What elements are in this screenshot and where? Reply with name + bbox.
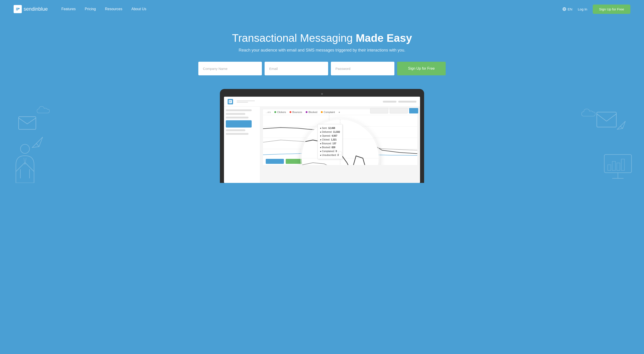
tooltip-blocked: ● Blocked: 830 — [320, 146, 340, 149]
laptop-section: ...ers Clickers Bounces — [0, 84, 644, 183]
tooltip-complained: ● Complained: 0 — [320, 149, 340, 153]
screen-nav-line-1 — [237, 100, 255, 101]
sidebar-line-1 — [226, 110, 252, 111]
brand-name: sendinblue — [24, 6, 48, 12]
nav-about[interactable]: About Us — [132, 7, 146, 11]
signup-hero-button[interactable]: Sign Up for Free — [397, 62, 446, 75]
complaint-dot — [321, 111, 323, 113]
sidebar-line-4 — [226, 129, 245, 131]
nav-pricing[interactable]: Pricing — [85, 7, 96, 11]
email-input[interactable] — [264, 62, 328, 75]
chart-tab-bounces: Bounces — [290, 111, 302, 114]
chart-ctrl-button — [409, 108, 418, 114]
screen-navbar — [224, 97, 420, 107]
company-name-input[interactable] — [198, 62, 262, 75]
chart-tab-blocked: Blocked — [306, 111, 317, 114]
sidebar-line-5 — [226, 133, 248, 135]
chart-tooltip: ● Sent: 12,468 ● Delivered: 11,502 ● Ope… — [318, 124, 342, 159]
screen-body: ...ers Clickers Bounces — [224, 107, 420, 183]
screen-nav-btn-2 — [398, 101, 416, 102]
nav-resources[interactable]: Resources — [105, 7, 122, 11]
nav-links: Features Pricing Resources About Us — [61, 7, 146, 11]
screen-nav-right — [383, 101, 416, 102]
chart-ctrl-input-1 — [370, 108, 388, 114]
tooltip-delivered: ● Delivered: 11,502 — [320, 130, 340, 134]
sidebar-line-3 — [226, 117, 248, 118]
screen-nav-lines — [237, 100, 255, 102]
hero-title: Transactional Messaging Made Easy — [4, 32, 640, 44]
globe-icon — [562, 7, 566, 11]
clickers-dot — [274, 111, 276, 113]
screen-logo — [228, 99, 233, 104]
logo[interactable]: sendinblue — [14, 5, 48, 13]
tooltip-clicked: ● Clicked: 1,321 — [320, 138, 340, 142]
screen-main-content: ...ers Clickers Bounces — [260, 107, 420, 183]
laptop: ...ers Clickers Bounces — [220, 89, 424, 183]
screen-nav-line-2 — [237, 102, 248, 102]
laptop-screen: ...ers Clickers Bounces — [224, 97, 420, 183]
language-button[interactable]: EN — [562, 7, 572, 11]
laptop-outer: ...ers Clickers Bounces — [220, 89, 424, 183]
signup-nav-button[interactable]: Sign Up for Free — [593, 4, 630, 14]
password-input[interactable] — [331, 62, 394, 75]
laptop-wrapper: ...ers Clickers Bounces — [0, 84, 644, 183]
signup-form: Sign Up for Free — [197, 62, 447, 75]
hero-section: Transactional Messaging Made Easy Reach … — [0, 18, 644, 84]
hero-title-bold: Made Easy — [356, 32, 412, 44]
navbar: sendinblue Features Pricing Resources Ab… — [0, 0, 644, 18]
chart-tab-complaint: Complaint — [321, 111, 335, 114]
screen-sidebar — [224, 107, 260, 183]
tooltip-unsubscribed: ● Unsubscribed: 3 — [320, 153, 340, 157]
chart-tabs: ...ers Clickers Bounces — [263, 110, 417, 115]
chart-label-ers: ...ers — [266, 111, 271, 114]
blocked-dot — [306, 111, 308, 113]
sidebar-line-2 — [226, 113, 245, 115]
tooltip-sent: ● Sent: 12,468 — [320, 126, 340, 130]
screen-nav-btn-1 — [383, 101, 396, 102]
nav-features[interactable]: Features — [61, 7, 76, 11]
screen-blue-btn — [266, 159, 284, 164]
hero-title-normal: Transactional Messaging — [232, 32, 356, 44]
tooltip-bounced: ● Bounced: 137 — [320, 142, 340, 146]
logo-icon — [14, 5, 22, 13]
chart-controls — [370, 108, 418, 114]
sidebar-active-item — [226, 120, 252, 128]
chart-ctrl-input-2 — [390, 108, 408, 114]
svg-rect-1 — [18, 8, 20, 9]
chart-area: ● Sent: 12,468 ● Delivered: 11,502 ● Ope… — [263, 115, 417, 165]
nav-right: EN Log In Sign Up for Free — [562, 4, 630, 14]
laptop-camera — [321, 93, 323, 95]
lang-label: EN — [568, 7, 572, 11]
login-button[interactable]: Log In — [578, 7, 587, 11]
tooltip-opened: ● Opened: 4,567 — [320, 134, 340, 138]
bounces-dot — [290, 111, 291, 113]
chart-tab-more: ● — [338, 111, 340, 114]
hero-subtitle: Reach your audience with email and SMS m… — [4, 48, 640, 53]
chart-tab-clickers: Clickers — [274, 111, 286, 114]
